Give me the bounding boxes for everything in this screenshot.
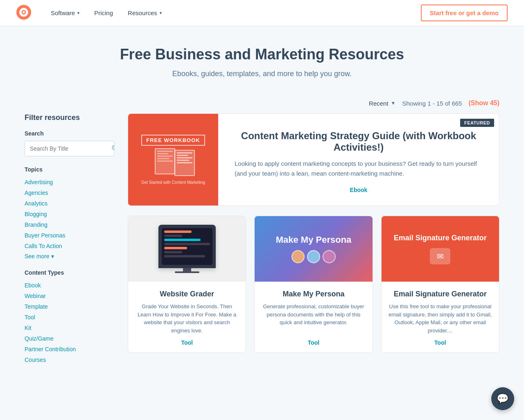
featured-description: Looking to apply content marketing conce…: [235, 159, 483, 178]
search-input[interactable]: [25, 141, 106, 156]
make-my-persona-overlay: Make My Persona: [272, 230, 356, 267]
workbook-label: FREE WORKBOOK: [141, 135, 205, 146]
nav-pricing[interactable]: Pricing: [88, 6, 120, 20]
featured-card[interactable]: FEATURED FREE WORKBOOK: [128, 113, 499, 206]
card-type-website-grader: Tool: [135, 339, 239, 346]
card-body-website-grader: Website Grader Grade Your Website in Sec…: [128, 282, 246, 352]
email-icon: ✉: [430, 248, 450, 264]
topic-calls-to-action[interactable]: Calls To Action: [25, 241, 115, 251]
type-tool[interactable]: Tool: [25, 312, 115, 323]
email-sig-overlay: Email Signature Generator ✉: [387, 227, 493, 271]
featured-image: FREE WORKBOOK: [128, 114, 218, 205]
topic-analytics[interactable]: Analytics: [25, 198, 115, 209]
type-ebook[interactable]: Ebook: [25, 280, 115, 291]
nav-cta-button[interactable]: Start free or get a demo: [421, 5, 508, 21]
content-types-filter: Content Types Ebook Webinar Template Too…: [25, 269, 115, 365]
card-desc-website-grader: Grade Your Website in Seconds. Then Lear…: [135, 303, 239, 334]
see-more-topics[interactable]: See more ▾: [25, 253, 115, 260]
nav-software[interactable]: Software ▾: [44, 6, 86, 20]
chevron-down-icon: ▾: [51, 253, 54, 260]
avatar-2: [307, 250, 320, 263]
website-grader-mock: [158, 225, 216, 268]
controls-row: Recent ▼ Showing 1 - 15 of 665 (Show 45): [25, 91, 499, 113]
page-front: [174, 150, 195, 176]
search-filter: Search 🔍: [25, 130, 115, 156]
topic-blogging[interactable]: Blogging: [25, 209, 115, 219]
sort-button[interactable]: Recent ▼: [369, 100, 395, 107]
search-button[interactable]: 🔍: [106, 141, 115, 156]
type-webinar[interactable]: Webinar: [25, 291, 115, 301]
search-label: Search: [25, 130, 115, 137]
svg-point-1: [23, 11, 25, 13]
card-type-email-sig: Tool: [388, 339, 492, 346]
svg-rect-4: [19, 11, 21, 13]
main-nav: Software ▾ Pricing Resources ▾ Start fre…: [0, 0, 524, 26]
featured-content: Content Marketing Strategy Guide (with W…: [218, 114, 499, 205]
chat-icon: 💬: [497, 393, 509, 400]
topics-filter: Topics Advertising Agencies Analytics Bl…: [25, 166, 115, 260]
card-desc-make-my-persona: Generate professional, customizable buye…: [261, 303, 366, 334]
sidebar-title: Filter resources: [25, 113, 115, 122]
workbook-pages: [141, 150, 205, 176]
chevron-down-icon: ▾: [160, 11, 162, 15]
monitor-base: [175, 271, 199, 273]
avatar-3: [323, 250, 336, 263]
card-email-signature[interactable]: Email Signature Generator ✉ Email Signat…: [381, 216, 499, 353]
card-title-email-sig: Email Signature Generator: [388, 290, 492, 298]
featured-title: Content Marketing Strategy Guide (with W…: [235, 130, 483, 153]
esg-overlay-title: Email Signature Generator: [394, 233, 487, 243]
monitor-stand: [183, 268, 191, 271]
sort-label: Recent: [369, 100, 388, 107]
card-desc-email-sig: Use this free tool to make your professi…: [388, 303, 492, 334]
topic-advertising[interactable]: Advertising: [25, 177, 115, 187]
topics-label: Topics: [25, 166, 115, 173]
avatar-1: [291, 250, 305, 263]
cards-grid: Website Grader Grade Your Website in Sec…: [128, 216, 499, 353]
card-type-make-my-persona: Tool: [261, 339, 366, 346]
type-partner-contribution[interactable]: Partner Contribution: [25, 344, 115, 355]
topic-agencies[interactable]: Agencies: [25, 187, 115, 198]
card-body-email-sig: Email Signature Generator Use this free …: [382, 282, 499, 352]
show-more-link[interactable]: (Show 45): [468, 99, 499, 107]
page-behind: [155, 148, 175, 174]
type-quiz-game[interactable]: Quiz/Game: [25, 333, 115, 344]
content-types-label: Content Types: [25, 269, 115, 276]
mmp-overlay-title: Make My Persona: [276, 235, 352, 245]
card-image-website-grader: [128, 216, 246, 282]
page-title: Free Business and Marketing Resources: [8, 46, 516, 63]
svg-rect-3: [23, 15, 25, 17]
type-courses[interactable]: Courses: [25, 355, 115, 365]
workbook-sub: Get Started with Content Marketing: [141, 180, 205, 185]
featured-badge: FEATURED: [460, 119, 494, 127]
card-image-email-sig: Email Signature Generator ✉: [382, 216, 499, 282]
svg-rect-5: [26, 11, 28, 13]
card-title-make-my-persona: Make My Persona: [261, 290, 366, 298]
search-wrapper: 🔍: [25, 141, 115, 156]
type-kit[interactable]: Kit: [25, 323, 115, 333]
card-image-make-my-persona: Make My Persona: [255, 216, 372, 282]
hero-section: Free Business and Marketing Resources Eb…: [0, 26, 524, 91]
card-title-website-grader: Website Grader: [135, 290, 239, 298]
resources-area: FEATURED FREE WORKBOOK: [128, 113, 499, 375]
search-icon: 🔍: [111, 145, 115, 152]
content-area: Filter resources Search 🔍 Topics Adverti…: [25, 113, 499, 375]
chevron-down-icon: ▾: [77, 11, 79, 15]
hero-subtitle: Ebooks, guides, templates, and more to h…: [8, 70, 516, 78]
topic-buyer-personas[interactable]: Buyer Personas: [25, 230, 115, 241]
card-website-grader[interactable]: Website Grader Grade Your Website in Sec…: [128, 216, 246, 353]
type-template[interactable]: Template: [25, 301, 115, 312]
showing-count: Showing 1 - 15 of 665: [402, 100, 462, 107]
topic-branding[interactable]: Branding: [25, 219, 115, 230]
sort-arrow-icon: ▼: [391, 100, 396, 106]
card-body-make-my-persona: Make My Persona Generate professional, c…: [255, 282, 372, 352]
nav-resources[interactable]: Resources ▾: [121, 6, 168, 20]
svg-rect-2: [23, 8, 25, 10]
mmp-avatars: [276, 250, 352, 263]
workbook-graphic: FREE WORKBOOK: [141, 135, 205, 185]
featured-type: Ebook: [235, 187, 483, 193]
sidebar: Filter resources Search 🔍 Topics Adverti…: [25, 113, 115, 375]
card-make-my-persona[interactable]: Make My Persona Make My Persona Generate…: [254, 216, 373, 353]
nav-links: Software ▾ Pricing Resources ▾: [44, 6, 168, 20]
logo[interactable]: [16, 5, 31, 21]
